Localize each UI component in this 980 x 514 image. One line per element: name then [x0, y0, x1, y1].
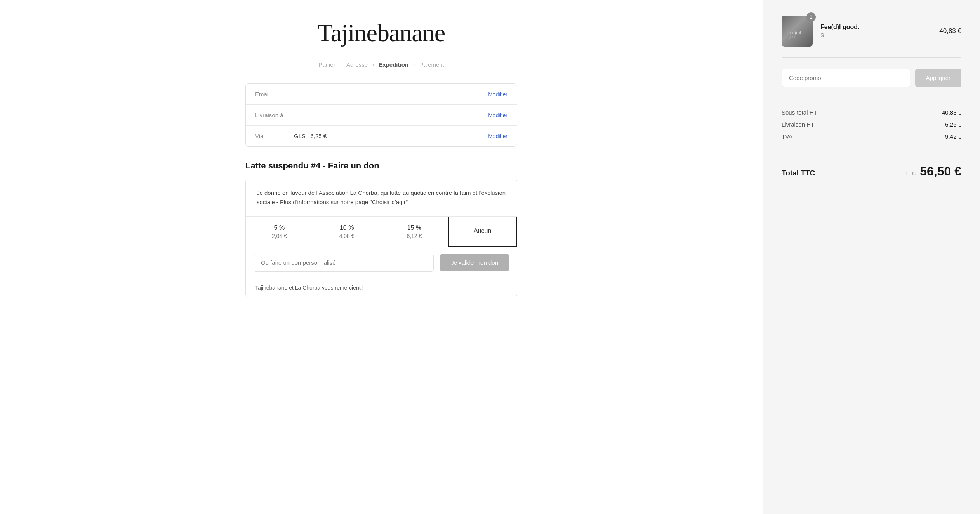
- chevron-icon-2: ›: [372, 62, 374, 68]
- via-row: Via GLS · 6,25 € Modifier: [246, 126, 517, 146]
- donation-submit-button[interactable]: Je valide mon don: [440, 254, 509, 271]
- donation-10-amount-label: 4,08 €: [317, 233, 377, 239]
- brand-logo: Tajinebanane: [318, 19, 445, 47]
- donation-5-percent-button[interactable]: 5 % 2,04 €: [246, 217, 313, 247]
- donation-custom-input[interactable]: [254, 254, 434, 272]
- product-image-wrapper: Fee(d)l good. 1: [782, 16, 813, 47]
- donation-aucun-button[interactable]: Aucun: [448, 217, 517, 247]
- chevron-icon-1: ›: [340, 62, 342, 68]
- tva-value: 9,42 €: [945, 133, 961, 140]
- email-row: Email Modifier: [246, 84, 517, 105]
- grand-total-row: Total TTC EUR 56,50 €: [782, 164, 961, 179]
- breadcrumb: Panier › Adresse › Expédition › Paiement: [318, 61, 444, 68]
- tva-label: TVA: [782, 133, 792, 140]
- livraison-total-row: Livraison HT 6,25 €: [782, 121, 961, 128]
- left-panel: Tajinebanane Panier › Adresse › Expéditi…: [0, 0, 763, 514]
- product-badge: 1: [806, 12, 816, 22]
- sous-total-value: 40,83 €: [942, 109, 961, 116]
- svg-text:good.: good.: [789, 35, 798, 39]
- donation-5-amount-label: 2,04 €: [250, 233, 309, 239]
- donation-box: Je donne en faveur de l'Association La C…: [245, 179, 517, 297]
- breadcrumb-panier[interactable]: Panier: [318, 61, 335, 68]
- via-label: Via: [255, 133, 294, 139]
- donation-10-percent-button[interactable]: 10 % 4,08 €: [313, 217, 381, 247]
- totals-section: Sous-total HT 40,83 € Livraison HT 6,25 …: [782, 109, 961, 155]
- sous-total-label: Sous-total HT: [782, 109, 817, 116]
- donation-aucun-label: Aucun: [453, 227, 512, 234]
- livraison-modifier-button[interactable]: Modifier: [488, 112, 507, 118]
- tva-row: TVA 9,42 €: [782, 133, 961, 140]
- donation-15-amount-label: 6,12 €: [385, 233, 444, 239]
- donation-options: 5 % 2,04 € 10 % 4,08 € 15 % 6,12 € Aucun: [246, 217, 517, 247]
- donation-5-percent-label: 5 %: [250, 224, 309, 231]
- product-name: Fee(d)l good.: [820, 24, 931, 31]
- email-label: Email: [255, 91, 294, 97]
- grand-total-label: Total TTC: [782, 169, 815, 177]
- sous-total-row: Sous-total HT 40,83 €: [782, 109, 961, 116]
- donation-15-percent-label: 15 %: [385, 224, 444, 231]
- grand-total-amount: 56,50 €: [920, 164, 961, 179]
- info-box: Email Modifier Livraison à Modifier Via …: [245, 83, 517, 147]
- svg-text:Fee(d)l: Fee(d)l: [787, 30, 801, 35]
- promo-row: Appliquer: [782, 69, 961, 98]
- donation-15-percent-button[interactable]: 15 % 6,12 €: [381, 217, 448, 247]
- breadcrumb-paiement[interactable]: Paiement: [419, 61, 444, 68]
- product-thumbnail-svg: Fee(d)l good.: [785, 23, 809, 39]
- donation-description: Je donne en faveur de l'Association La C…: [246, 179, 517, 217]
- product-info: Fee(d)l good. S: [820, 24, 931, 38]
- via-modifier-button[interactable]: Modifier: [488, 133, 507, 139]
- via-value: GLS · 6,25 €: [294, 133, 488, 139]
- promo-apply-button[interactable]: Appliquer: [915, 69, 961, 87]
- promo-input[interactable]: [782, 69, 910, 87]
- logo-area: Tajinebanane: [318, 19, 445, 47]
- livraison-total-value: 6,25 €: [945, 121, 961, 128]
- donation-10-percent-label: 10 %: [317, 224, 377, 231]
- chevron-icon-3: ›: [413, 62, 415, 68]
- section-title: Latte suspendu #4 - Faire un don: [245, 161, 517, 171]
- product-item: Fee(d)l good. 1 Fee(d)l good. S 40,83 €: [782, 16, 961, 58]
- product-price: 40,83 €: [939, 27, 961, 35]
- livraison-total-label: Livraison HT: [782, 121, 814, 128]
- product-variant: S: [820, 32, 931, 38]
- right-panel: Fee(d)l good. 1 Fee(d)l good. S 40,83 € …: [763, 0, 980, 514]
- donation-thanks: Tajinebanane et La Chorba vous remercien…: [246, 278, 517, 297]
- breadcrumb-expedition[interactable]: Expédition: [379, 61, 408, 68]
- grand-total-currency: EUR: [906, 171, 917, 177]
- email-modifier-button[interactable]: Modifier: [488, 91, 507, 97]
- donation-custom-row: Je valide mon don: [246, 247, 517, 278]
- breadcrumb-adresse[interactable]: Adresse: [346, 61, 368, 68]
- grand-total-value: EUR 56,50 €: [906, 164, 961, 179]
- livraison-label: Livraison à: [255, 112, 294, 118]
- livraison-row: Livraison à Modifier: [246, 105, 517, 126]
